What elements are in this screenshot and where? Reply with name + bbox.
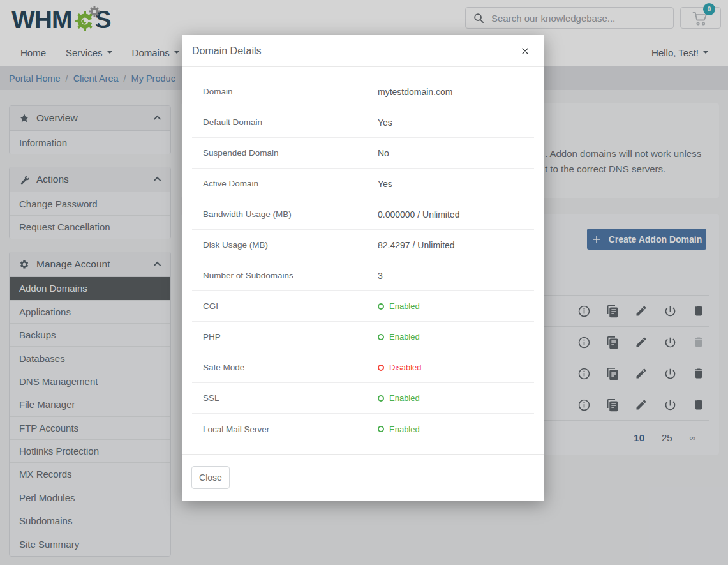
status-badge: Enabled bbox=[378, 301, 420, 311]
detail-row-disk-usage: Disk Usage (MB) 82.4297 / Unlimited bbox=[192, 230, 534, 260]
status-badge: Enabled bbox=[378, 425, 420, 434]
status-ring-icon bbox=[378, 334, 384, 340]
status-badge: Enabled bbox=[378, 332, 420, 342]
detail-row-bandwidth-usage: Bandwidth Usage (MB) 0.000000 / Unlimite… bbox=[192, 199, 534, 230]
status-ring-icon bbox=[378, 395, 384, 402]
detail-row-default-domain: Default Domain Yes bbox=[192, 107, 534, 138]
domain-details-modal: Domain Details Domain mytestdomain.com D… bbox=[182, 35, 544, 501]
detail-row-local-mail-server: Local Mail Server Enabled bbox=[192, 414, 534, 444]
close-button[interactable]: Close bbox=[191, 466, 230, 489]
detail-row-safe-mode: Safe Mode Disabled bbox=[192, 352, 534, 383]
detail-row-php: PHP Enabled bbox=[192, 322, 534, 352]
status-ring-icon bbox=[378, 426, 384, 432]
detail-row-domain: Domain mytestdomain.com bbox=[192, 77, 534, 107]
close-icon[interactable] bbox=[519, 45, 531, 57]
status-ring-icon bbox=[378, 303, 384, 310]
detail-row-active-domain: Active Domain Yes bbox=[192, 169, 534, 199]
status-badge: Enabled bbox=[378, 393, 420, 403]
detail-row-ssl: SSL Enabled bbox=[192, 383, 534, 414]
modal-footer: Close bbox=[182, 454, 544, 501]
modal-title: Domain Details bbox=[192, 45, 261, 57]
detail-row-subdomains-count: Number of Subdomains 3 bbox=[192, 260, 534, 291]
whmcs-client-area-page: WHM bbox=[0, 0, 728, 565]
status-badge: Disabled bbox=[378, 363, 422, 372]
modal-body: Domain mytestdomain.com Default Domain Y… bbox=[182, 67, 544, 444]
modal-header: Domain Details bbox=[182, 35, 544, 67]
detail-row-cgi: CGI Enabled bbox=[192, 291, 534, 322]
status-ring-icon bbox=[378, 365, 384, 371]
detail-row-suspended-domain: Suspended Domain No bbox=[192, 138, 534, 169]
